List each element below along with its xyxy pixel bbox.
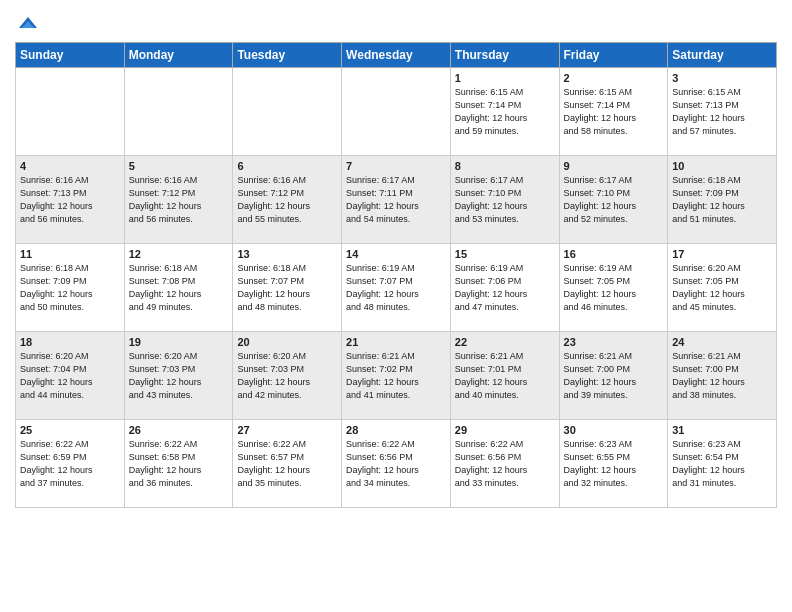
day-info: Sunrise: 6:16 AM Sunset: 7:12 PM Dayligh… [237, 174, 337, 226]
day-number: 6 [237, 160, 337, 172]
calendar-cell: 8Sunrise: 6:17 AM Sunset: 7:10 PM Daylig… [450, 156, 559, 244]
calendar-cell: 30Sunrise: 6:23 AM Sunset: 6:55 PM Dayli… [559, 420, 668, 508]
day-number: 30 [564, 424, 664, 436]
calendar-cell: 31Sunrise: 6:23 AM Sunset: 6:54 PM Dayli… [668, 420, 777, 508]
day-info: Sunrise: 6:20 AM Sunset: 7:03 PM Dayligh… [237, 350, 337, 402]
calendar-cell: 13Sunrise: 6:18 AM Sunset: 7:07 PM Dayli… [233, 244, 342, 332]
day-info: Sunrise: 6:21 AM Sunset: 7:00 PM Dayligh… [564, 350, 664, 402]
day-info: Sunrise: 6:20 AM Sunset: 7:04 PM Dayligh… [20, 350, 120, 402]
day-number: 27 [237, 424, 337, 436]
calendar-cell: 7Sunrise: 6:17 AM Sunset: 7:11 PM Daylig… [342, 156, 451, 244]
calendar-cell: 20Sunrise: 6:20 AM Sunset: 7:03 PM Dayli… [233, 332, 342, 420]
day-number: 7 [346, 160, 446, 172]
day-info: Sunrise: 6:18 AM Sunset: 7:08 PM Dayligh… [129, 262, 229, 314]
logo [15, 10, 39, 36]
day-number: 24 [672, 336, 772, 348]
day-number: 19 [129, 336, 229, 348]
day-info: Sunrise: 6:17 AM Sunset: 7:11 PM Dayligh… [346, 174, 446, 226]
day-number: 22 [455, 336, 555, 348]
weekday-header-wednesday: Wednesday [342, 43, 451, 68]
day-info: Sunrise: 6:15 AM Sunset: 7:14 PM Dayligh… [564, 86, 664, 138]
weekday-header-monday: Monday [124, 43, 233, 68]
calendar-cell: 3Sunrise: 6:15 AM Sunset: 7:13 PM Daylig… [668, 68, 777, 156]
day-number: 10 [672, 160, 772, 172]
calendar-cell: 14Sunrise: 6:19 AM Sunset: 7:07 PM Dayli… [342, 244, 451, 332]
day-info: Sunrise: 6:17 AM Sunset: 7:10 PM Dayligh… [455, 174, 555, 226]
calendar-table: SundayMondayTuesdayWednesdayThursdayFrid… [15, 42, 777, 508]
calendar-cell: 22Sunrise: 6:21 AM Sunset: 7:01 PM Dayli… [450, 332, 559, 420]
day-number: 23 [564, 336, 664, 348]
weekday-header-row: SundayMondayTuesdayWednesdayThursdayFrid… [16, 43, 777, 68]
calendar-cell: 28Sunrise: 6:22 AM Sunset: 6:56 PM Dayli… [342, 420, 451, 508]
weekday-header-tuesday: Tuesday [233, 43, 342, 68]
day-info: Sunrise: 6:23 AM Sunset: 6:55 PM Dayligh… [564, 438, 664, 490]
day-number: 28 [346, 424, 446, 436]
day-info: Sunrise: 6:20 AM Sunset: 7:05 PM Dayligh… [672, 262, 772, 314]
weekday-header-saturday: Saturday [668, 43, 777, 68]
day-number: 3 [672, 72, 772, 84]
day-number: 14 [346, 248, 446, 260]
day-number: 9 [564, 160, 664, 172]
day-number: 15 [455, 248, 555, 260]
weekday-header-thursday: Thursday [450, 43, 559, 68]
logo-icon [17, 14, 39, 36]
calendar-cell: 5Sunrise: 6:16 AM Sunset: 7:12 PM Daylig… [124, 156, 233, 244]
day-info: Sunrise: 6:22 AM Sunset: 6:56 PM Dayligh… [455, 438, 555, 490]
day-number: 20 [237, 336, 337, 348]
calendar-cell: 2Sunrise: 6:15 AM Sunset: 7:14 PM Daylig… [559, 68, 668, 156]
calendar-week-4: 18Sunrise: 6:20 AM Sunset: 7:04 PM Dayli… [16, 332, 777, 420]
day-info: Sunrise: 6:15 AM Sunset: 7:14 PM Dayligh… [455, 86, 555, 138]
calendar-cell: 16Sunrise: 6:19 AM Sunset: 7:05 PM Dayli… [559, 244, 668, 332]
day-number: 17 [672, 248, 772, 260]
day-info: Sunrise: 6:17 AM Sunset: 7:10 PM Dayligh… [564, 174, 664, 226]
day-info: Sunrise: 6:21 AM Sunset: 7:00 PM Dayligh… [672, 350, 772, 402]
day-info: Sunrise: 6:18 AM Sunset: 7:09 PM Dayligh… [20, 262, 120, 314]
day-info: Sunrise: 6:22 AM Sunset: 6:59 PM Dayligh… [20, 438, 120, 490]
day-info: Sunrise: 6:22 AM Sunset: 6:56 PM Dayligh… [346, 438, 446, 490]
day-number: 4 [20, 160, 120, 172]
calendar-cell: 23Sunrise: 6:21 AM Sunset: 7:00 PM Dayli… [559, 332, 668, 420]
day-number: 11 [20, 248, 120, 260]
calendar-cell: 24Sunrise: 6:21 AM Sunset: 7:00 PM Dayli… [668, 332, 777, 420]
day-number: 2 [564, 72, 664, 84]
calendar-cell: 17Sunrise: 6:20 AM Sunset: 7:05 PM Dayli… [668, 244, 777, 332]
calendar-week-5: 25Sunrise: 6:22 AM Sunset: 6:59 PM Dayli… [16, 420, 777, 508]
calendar-cell: 15Sunrise: 6:19 AM Sunset: 7:06 PM Dayli… [450, 244, 559, 332]
weekday-header-friday: Friday [559, 43, 668, 68]
calendar-cell: 11Sunrise: 6:18 AM Sunset: 7:09 PM Dayli… [16, 244, 125, 332]
weekday-header-sunday: Sunday [16, 43, 125, 68]
calendar-cell: 9Sunrise: 6:17 AM Sunset: 7:10 PM Daylig… [559, 156, 668, 244]
day-number: 12 [129, 248, 229, 260]
day-number: 8 [455, 160, 555, 172]
day-info: Sunrise: 6:18 AM Sunset: 7:09 PM Dayligh… [672, 174, 772, 226]
day-info: Sunrise: 6:16 AM Sunset: 7:12 PM Dayligh… [129, 174, 229, 226]
calendar-cell: 27Sunrise: 6:22 AM Sunset: 6:57 PM Dayli… [233, 420, 342, 508]
calendar-cell: 1Sunrise: 6:15 AM Sunset: 7:14 PM Daylig… [450, 68, 559, 156]
calendar-cell [124, 68, 233, 156]
day-number: 5 [129, 160, 229, 172]
day-number: 18 [20, 336, 120, 348]
calendar-week-2: 4Sunrise: 6:16 AM Sunset: 7:13 PM Daylig… [16, 156, 777, 244]
calendar-week-3: 11Sunrise: 6:18 AM Sunset: 7:09 PM Dayli… [16, 244, 777, 332]
day-info: Sunrise: 6:22 AM Sunset: 6:57 PM Dayligh… [237, 438, 337, 490]
day-number: 26 [129, 424, 229, 436]
day-info: Sunrise: 6:19 AM Sunset: 7:06 PM Dayligh… [455, 262, 555, 314]
calendar-cell: 4Sunrise: 6:16 AM Sunset: 7:13 PM Daylig… [16, 156, 125, 244]
calendar-cell: 10Sunrise: 6:18 AM Sunset: 7:09 PM Dayli… [668, 156, 777, 244]
day-number: 25 [20, 424, 120, 436]
calendar-cell: 21Sunrise: 6:21 AM Sunset: 7:02 PM Dayli… [342, 332, 451, 420]
calendar-cell: 29Sunrise: 6:22 AM Sunset: 6:56 PM Dayli… [450, 420, 559, 508]
day-number: 21 [346, 336, 446, 348]
day-info: Sunrise: 6:16 AM Sunset: 7:13 PM Dayligh… [20, 174, 120, 226]
day-number: 31 [672, 424, 772, 436]
day-info: Sunrise: 6:19 AM Sunset: 7:07 PM Dayligh… [346, 262, 446, 314]
calendar-cell: 19Sunrise: 6:20 AM Sunset: 7:03 PM Dayli… [124, 332, 233, 420]
day-number: 1 [455, 72, 555, 84]
day-info: Sunrise: 6:15 AM Sunset: 7:13 PM Dayligh… [672, 86, 772, 138]
calendar-cell [16, 68, 125, 156]
page-header [15, 10, 777, 36]
calendar-cell [233, 68, 342, 156]
day-info: Sunrise: 6:23 AM Sunset: 6:54 PM Dayligh… [672, 438, 772, 490]
calendar-cell: 6Sunrise: 6:16 AM Sunset: 7:12 PM Daylig… [233, 156, 342, 244]
calendar-cell: 26Sunrise: 6:22 AM Sunset: 6:58 PM Dayli… [124, 420, 233, 508]
